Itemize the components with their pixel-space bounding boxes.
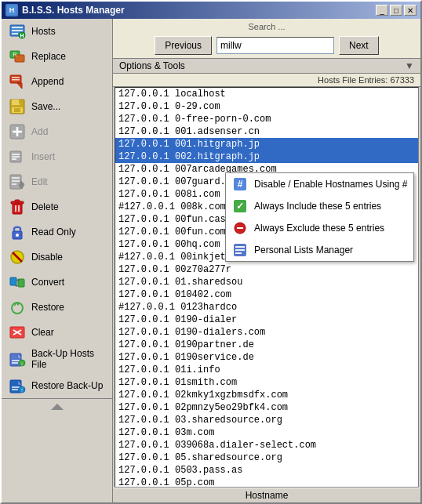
sidebar-label-hosts: Hosts (31, 26, 56, 37)
svg-rect-67 (235, 252, 242, 254)
minimize-button[interactable]: _ (376, 5, 388, 16)
list-item[interactable]: 127.0.0.1 01smith.com (115, 376, 418, 389)
entries-bar: Hosts File Entries: 67333 (113, 74, 420, 87)
search-bar: Search ... Previous Next (113, 19, 420, 59)
sidebar-item-restorebackup[interactable]: ↑ Restore Back-Up (2, 373, 112, 398)
svg-rect-32 (13, 203, 22, 214)
sidebar-label-save: Save... (31, 101, 60, 112)
list-item[interactable]: 127.0.0.1 002.hitgraph.jp (115, 150, 418, 163)
next-button[interactable]: Next (339, 36, 379, 55)
context-menu-disable-enable-label: Disable / Enable Hostnames Using # (254, 179, 407, 190)
sidebar-item-append[interactable]: Append (2, 69, 112, 94)
sidebar-label-convert: Convert (31, 277, 64, 288)
list-item[interactable]: 127.0.0.1 001.hitgraph.jp (115, 138, 418, 150)
svg-rect-28 (12, 177, 20, 179)
sidebar-bottom (2, 398, 112, 415)
list-icon (232, 242, 248, 258)
svg-rect-29 (12, 180, 20, 182)
context-menu-personal-lists[interactable]: Personal Lists Manager (226, 239, 413, 261)
list-item[interactable]: 127.0.0.1 03m.com (115, 426, 418, 439)
context-menu-disable-enable[interactable]: # Disable / Enable Hostnames Using # (226, 173, 413, 195)
context-menu-exclude-label: Always Exclude these 5 entries (254, 223, 384, 234)
app-icon: H (5, 4, 18, 16)
svg-rect-41 (10, 277, 16, 285)
sidebar-item-hosts[interactable]: H Hosts (2, 19, 112, 44)
list-item[interactable]: 127.0.0.1 0190-dialer (115, 314, 418, 326)
svg-text:H: H (9, 6, 15, 14)
titlebar: H B.I.S.S. Hosts Manager _ □ ✕ (2, 2, 420, 19)
list-item[interactable]: 127.0.0.1 localhost (115, 88, 418, 100)
list-item[interactable]: #127.0.0.1 0123hardco (115, 301, 418, 314)
sidebar-item-insert[interactable]: Insert (2, 144, 112, 169)
options-arrow-icon: ▼ (405, 60, 414, 71)
status-bar: Hostname (113, 488, 420, 502)
list-item[interactable]: 127.0.0.1 00z70a277r (115, 263, 418, 276)
search-input[interactable] (216, 37, 334, 54)
context-menu-always-include[interactable]: ✓ Always Include these 5 entries (226, 195, 413, 217)
search-controls: Previous Next (155, 36, 378, 55)
context-menu-always-exclude[interactable]: Always Exclude these 5 entries (226, 217, 413, 239)
svg-rect-53 (12, 386, 20, 388)
svg-rect-48 (12, 360, 20, 361)
list-item[interactable]: 127.0.0.1 05.sharedsource.org (115, 451, 418, 464)
list-item[interactable]: 127.0.0.1 0503.pass.as (115, 464, 418, 477)
list-container[interactable]: 127.0.0.1 localhost 127.0.0.1 0-29.com 1… (115, 87, 419, 488)
exclude-icon (232, 220, 248, 236)
sidebar-item-restore[interactable]: Restore (2, 295, 112, 320)
list-item[interactable]: 127.0.0.1 0190partner.de (115, 339, 418, 351)
sidebar-label-delete: Delete (31, 201, 59, 212)
svg-rect-4 (12, 30, 23, 31)
svg-rect-3 (12, 27, 23, 28)
context-menu-include-label: Always Include these 5 entries (254, 201, 381, 212)
svg-rect-30 (12, 183, 16, 185)
options-bar[interactable]: Options & Tools ▼ (113, 59, 420, 74)
svg-text:↑: ↑ (20, 387, 24, 393)
maximize-button[interactable]: □ (390, 5, 402, 16)
sidebar-label-disable: Disable (31, 252, 63, 263)
sidebar-item-add[interactable]: Add (2, 119, 112, 144)
svg-marker-57 (51, 404, 64, 410)
insert-icon (8, 147, 27, 166)
list-item[interactable]: 127.0.0.1 039068a.dialer-select.com (115, 439, 418, 451)
svg-rect-49 (12, 362, 18, 364)
list-item[interactable]: 127.0.0.1 03.sharedsource.org (115, 414, 418, 426)
search-label: Search ... (248, 22, 285, 31)
svg-rect-66 (235, 249, 245, 251)
list-item[interactable]: 127.0.0.1 01.sharedsou (115, 276, 418, 288)
svg-text:#: # (238, 179, 243, 190)
close-button[interactable]: ✕ (404, 5, 417, 16)
list-item[interactable]: 127.0.0.1 0190service.de (115, 351, 418, 364)
list-item[interactable]: 127.0.0.1 0-29.com (115, 100, 418, 113)
previous-button[interactable]: Previous (155, 36, 212, 55)
list-item[interactable]: 127.0.0.1 05p.com (115, 477, 418, 488)
restore-icon (8, 298, 27, 317)
sidebar-item-edit[interactable]: Edit (2, 169, 112, 194)
svg-rect-16 (12, 100, 20, 105)
list-item[interactable]: 127.0.0.1 001.adsenser.cn (115, 125, 418, 138)
sidebar-item-convert[interactable]: Convert (2, 270, 112, 295)
list-item[interactable]: 127.0.0.1 02pmnzy5eo29bfk4.com (115, 401, 418, 414)
delete-icon (8, 198, 27, 216)
sidebar-item-clear[interactable]: Clear (2, 320, 112, 345)
list-item[interactable]: 127.0.0.1 0190-dialers.com (115, 326, 418, 339)
svg-rect-19 (14, 108, 20, 112)
sidebar-label-readonly: Read Only (31, 227, 76, 237)
list-item[interactable]: 127.0.0.1 02kmky1xgzbmsdfx.com (115, 389, 418, 401)
svg-text:H: H (20, 33, 24, 38)
svg-text:✓: ✓ (236, 201, 244, 212)
sidebar-item-disable[interactable]: Disable (2, 245, 112, 270)
sidebar-item-save[interactable]: Save... (2, 94, 112, 119)
sidebar-item-replace[interactable]: R Replace (2, 44, 112, 69)
disable-icon (8, 248, 27, 267)
sidebar-item-readonly[interactable]: Read Only (2, 219, 112, 245)
sidebar: H Hosts R Replace (2, 19, 113, 502)
sidebar-item-delete[interactable]: Delete (2, 194, 112, 219)
list-item[interactable]: 127.0.0.1 01i.info (115, 364, 418, 376)
sidebar-label-replace: Replace (31, 51, 66, 62)
svg-point-38 (16, 234, 19, 237)
list-item[interactable]: 127.0.0.1 0-free-porn-0.com (115, 113, 418, 125)
sidebar-item-backup[interactable]: ↓ Back-Up Hosts File (2, 345, 112, 373)
list-item[interactable]: 127.0.0.1 010402.com (115, 288, 418, 301)
context-menu-personal-lists-label: Personal Lists Manager (254, 245, 353, 256)
status-label: Hostname (246, 490, 289, 501)
